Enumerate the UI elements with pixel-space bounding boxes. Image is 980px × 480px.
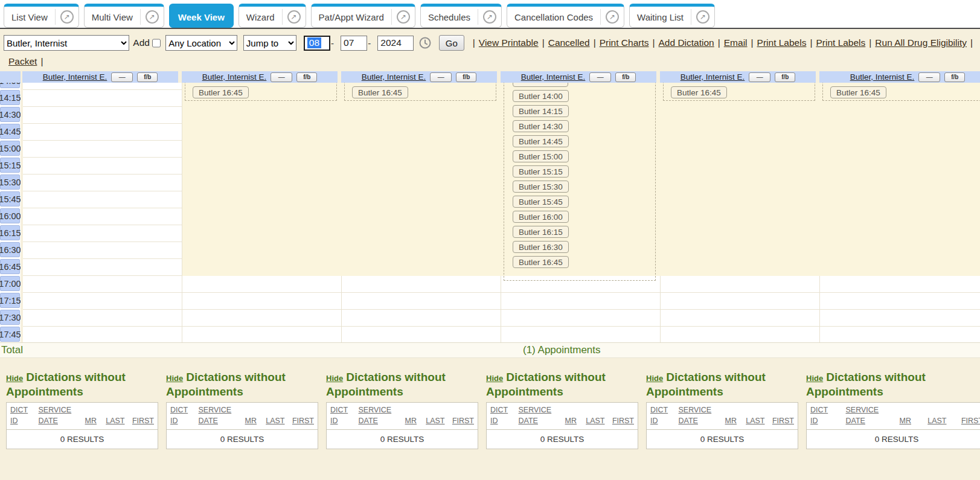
schedule-column[interactable]: Butler 16:45 <box>820 83 980 342</box>
sort-column-first[interactable]: FIRST <box>955 415 980 427</box>
toolbar-link-cancelled[interactable]: Cancelled <box>548 37 590 48</box>
go-button[interactable]: Go <box>439 35 464 51</box>
schedule-column[interactable] <box>23 83 182 342</box>
hide-link[interactable]: Hide <box>6 374 23 383</box>
sort-column-dict-id[interactable]: DICT ID <box>810 405 837 427</box>
schedule-column[interactable]: Butler 14:00Butler 14:15Butler 14:30Butl… <box>501 83 661 342</box>
sort-column-service-date[interactable]: SERVICE DATE <box>846 405 886 427</box>
collapse-column-button[interactable]: — <box>111 72 133 82</box>
fb-button[interactable]: f/b <box>615 72 636 82</box>
provider-column-link[interactable]: Butler, Internist E. <box>362 72 426 82</box>
toolbar-link-run-all-drug-eligibility[interactable]: Run All Drug Eligibility <box>875 37 967 48</box>
tab-wizard[interactable]: Wizard↗ <box>239 4 306 28</box>
sort-column-first[interactable]: FIRST <box>286 415 314 427</box>
sort-column-dict-id[interactable]: DICT ID <box>330 405 357 427</box>
sort-column-service-date[interactable]: SERVICE DATE <box>359 405 399 427</box>
appointment-chip[interactable]: Butler 16:45 <box>830 86 886 98</box>
sort-column-service-date[interactable]: SERVICE DATE <box>199 405 239 427</box>
appointment-chip[interactable]: Butler 15:00 <box>513 150 569 162</box>
tab-list-view[interactable]: List View↗ <box>4 4 79 28</box>
sort-column-dict-id[interactable]: DICT ID <box>170 405 197 427</box>
sort-column-mr[interactable]: MR <box>80 415 97 427</box>
clock-icon[interactable] <box>418 36 432 50</box>
sort-column-first[interactable]: FIRST <box>446 415 474 427</box>
toolbar-link-print-labels[interactable]: Print Labels <box>757 37 807 48</box>
sort-column-mr[interactable]: MR <box>720 415 737 427</box>
open-new-window-icon[interactable]: ↗ <box>60 10 74 24</box>
tab-schedules[interactable]: Schedules↗ <box>420 4 502 28</box>
sort-column-dict-id[interactable]: DICT ID <box>10 405 37 427</box>
hide-link[interactable]: Hide <box>486 374 503 383</box>
sort-column-mr[interactable]: MR <box>240 415 257 427</box>
tab-multi-view[interactable]: Multi View↗ <box>84 4 164 28</box>
sort-column-last[interactable]: LAST <box>578 415 605 427</box>
location-select[interactable]: Any Location <box>165 35 237 51</box>
fb-button[interactable]: f/b <box>775 72 795 82</box>
sort-column-last[interactable]: LAST <box>920 415 947 427</box>
tab-waiting-list[interactable]: Waiting List↗ <box>629 4 715 28</box>
sort-column-dict-id[interactable]: DICT ID <box>650 405 677 427</box>
sort-column-last[interactable]: LAST <box>98 415 125 427</box>
appointment-chip[interactable]: Butler 15:30 <box>513 181 569 193</box>
collapse-column-button[interactable]: — <box>918 72 940 82</box>
toolbar-link-add-dictation[interactable]: Add Dictation <box>659 37 714 48</box>
open-new-window-icon[interactable]: ↗ <box>146 10 159 24</box>
appointment-chip[interactable]: Butler 14:15 <box>513 105 569 117</box>
sort-column-first[interactable]: FIRST <box>606 415 634 427</box>
open-new-window-icon[interactable]: ↗ <box>397 10 410 24</box>
appointment-chip-partial[interactable] <box>513 83 568 87</box>
open-new-window-icon[interactable]: ↗ <box>606 10 619 24</box>
appointment-chip[interactable]: Butler 16:45 <box>193 86 249 98</box>
fb-button[interactable]: f/b <box>944 72 965 82</box>
toolbar-link-view-printable[interactable]: View Printable <box>479 37 539 48</box>
appointment-chip[interactable]: Butler 14:45 <box>513 135 569 147</box>
add-checkbox[interactable] <box>152 39 161 48</box>
toolbar-link-print-labels[interactable]: Print Labels <box>816 37 865 48</box>
sort-column-last[interactable]: LAST <box>258 415 285 427</box>
collapse-column-button[interactable]: — <box>430 72 452 82</box>
appointment-chip[interactable]: Butler 16:00 <box>513 211 569 223</box>
sort-column-first[interactable]: FIRST <box>126 415 154 427</box>
tab-week-view[interactable]: Week View <box>169 4 234 28</box>
date-day-input[interactable]: 07 <box>341 36 367 51</box>
fb-button[interactable]: f/b <box>456 72 476 82</box>
appointment-chip[interactable]: Butler 14:30 <box>513 120 569 132</box>
fb-button[interactable]: f/b <box>296 72 317 82</box>
schedule-column[interactable]: Butler 16:45 <box>342 83 501 342</box>
open-new-window-icon[interactable]: ↗ <box>483 10 496 24</box>
provider-column-link[interactable]: Butler, Internist E. <box>521 72 586 82</box>
sort-column-last[interactable]: LAST <box>738 415 765 427</box>
sort-column-first[interactable]: FIRST <box>766 415 794 427</box>
toolbar-link-print-charts[interactable]: Print Charts <box>600 37 649 48</box>
appointment-chip[interactable]: Butler 15:45 <box>513 196 569 208</box>
date-month-input[interactable]: 08 <box>304 36 330 51</box>
appointment-chip[interactable]: Butler 16:30 <box>513 241 569 253</box>
sort-column-service-date[interactable]: SERVICE DATE <box>39 405 78 427</box>
schedule-column[interactable]: Butler 16:45 <box>182 83 342 342</box>
appointment-chip[interactable]: Butler 15:15 <box>513 165 569 178</box>
provider-select[interactable]: Butler, Internist <box>4 35 129 51</box>
sort-column-dict-id[interactable]: DICT ID <box>490 405 517 427</box>
provider-column-link[interactable]: Butler, Internist E. <box>850 72 915 82</box>
collapse-column-button[interactable]: — <box>589 72 611 82</box>
sort-column-mr[interactable]: MR <box>560 415 577 427</box>
appointment-chip[interactable]: Butler 16:15 <box>513 226 569 238</box>
fb-button[interactable]: f/b <box>137 72 158 82</box>
sort-column-last[interactable]: LAST <box>418 415 445 427</box>
sort-column-service-date[interactable]: SERVICE DATE <box>519 405 559 427</box>
appointment-chip[interactable]: Butler 16:45 <box>513 256 569 268</box>
hide-link[interactable]: Hide <box>646 374 663 383</box>
hide-link[interactable]: Hide <box>166 374 183 383</box>
toolbar-link-packet[interactable]: Packet <box>8 56 37 66</box>
appointment-chip[interactable]: Butler 16:45 <box>671 86 727 98</box>
sort-column-service-date[interactable]: SERVICE DATE <box>679 405 719 427</box>
sort-column-mr[interactable]: MR <box>894 415 911 427</box>
provider-column-link[interactable]: Butler, Internist E. <box>202 72 267 82</box>
provider-column-link[interactable]: Butler, Internist E. <box>681 72 745 82</box>
toolbar-link-email[interactable]: Email <box>724 37 748 48</box>
hide-link[interactable]: Hide <box>806 374 823 383</box>
sort-column-mr[interactable]: MR <box>400 415 417 427</box>
collapse-column-button[interactable]: — <box>749 72 770 82</box>
date-year-input[interactable]: 2024 <box>377 36 414 51</box>
open-new-window-icon[interactable]: ↗ <box>696 10 709 24</box>
